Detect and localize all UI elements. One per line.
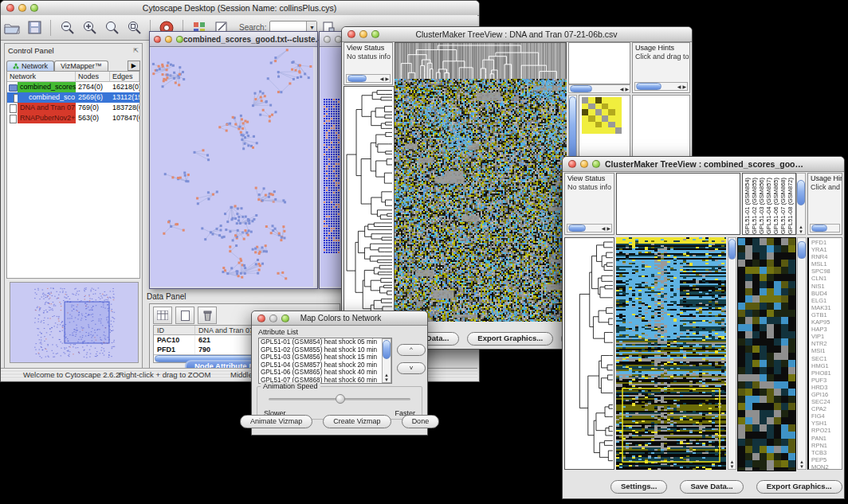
zoom-button[interactable]: [30, 4, 38, 12]
gene-label[interactable]: GTB1: [811, 311, 842, 318]
tv1-heatmap[interactable]: [395, 79, 567, 322]
zoom-selected-icon[interactable]: [124, 18, 143, 37]
delete-attribute-icon[interactable]: [198, 307, 217, 324]
close-button[interactable]: [6, 4, 14, 12]
dialog-button[interactable]: Animate Vizmap: [240, 415, 312, 428]
tv1-status-scrollbar[interactable]: ◀▶: [346, 74, 391, 83]
gene-label[interactable]: VIP1: [811, 333, 842, 340]
tv2-button[interactable]: Save Data...: [680, 480, 743, 494]
tv1-button[interactable]: Export Graphics...: [467, 332, 553, 346]
dialog-button[interactable]: Done: [402, 415, 440, 428]
column-label[interactable]: GPL51-03 (GSM856): [758, 178, 765, 234]
gene-label[interactable]: MON2: [811, 463, 842, 470]
move-down-button[interactable]: v: [397, 362, 426, 374]
tv2-collabel-scrollbar[interactable]: ▲▼: [796, 173, 806, 235]
minimize-button[interactable]: [18, 4, 26, 12]
gene-label[interactable]: RNR4: [811, 253, 842, 260]
tv2-row-dendrogram[interactable]: [564, 237, 614, 470]
gene-label[interactable]: MAK31: [811, 304, 842, 311]
network-canvas-2[interactable]: [320, 48, 343, 287]
tv1-zoom-matrix[interactable]: [582, 97, 622, 134]
gene-label[interactable]: SPC98: [811, 268, 842, 275]
gene-label[interactable]: PAN1: [811, 435, 842, 442]
gene-label[interactable]: KAP95: [811, 318, 842, 326]
slider-thumb[interactable]: [336, 394, 345, 404]
minimize-button[interactable]: [359, 30, 367, 38]
attribute-list-scrollbar[interactable]: ▲▼: [382, 338, 391, 383]
attribute-item[interactable]: GPL51-03 (GSM856) heat shock 15 min: [261, 354, 391, 361]
gene-label[interactable]: NTR2: [811, 340, 842, 347]
animation-speed-slider[interactable]: [269, 398, 410, 400]
gene-label[interactable]: GPI16: [811, 391, 842, 398]
close-button[interactable]: [257, 315, 265, 322]
attribute-item[interactable]: GPL51-04 (GSM857) heat shock 20 min: [261, 361, 391, 369]
gene-label[interactable]: RPN1: [811, 442, 842, 449]
close-button[interactable]: [154, 36, 161, 43]
zoom-button[interactable]: [371, 30, 379, 38]
gene-label[interactable]: HAP3: [811, 326, 842, 333]
gene-label[interactable]: HRD3: [811, 384, 842, 391]
minimize-button[interactable]: [580, 160, 588, 168]
column-label[interactable]: GPL51-04 (GSM857): [765, 178, 772, 234]
gene-label[interactable]: PEP5: [811, 456, 842, 463]
gene-label[interactable]: CLN1: [811, 275, 842, 282]
network-list-row[interactable]: DNA and Tran 07 769(0) 183728(0): [7, 103, 139, 113]
gene-label[interactable]: TCB3: [811, 449, 842, 456]
gene-label[interactable]: ELG1: [811, 297, 842, 304]
gene-label[interactable]: CPA2: [811, 405, 842, 412]
tv1-row-dendrogram[interactable]: [344, 86, 395, 323]
tv2-heatmap[interactable]: [616, 237, 726, 470]
zoom-out-icon[interactable]: [57, 18, 77, 37]
gene-label[interactable]: RPO21: [811, 427, 842, 434]
dialog-button[interactable]: Create Vizmap: [323, 415, 391, 428]
open-folder-icon[interactable]: [2, 18, 22, 37]
tv2-zoom-heatmap[interactable]: [737, 237, 796, 471]
tv2-column-dendrogram[interactable]: [616, 173, 740, 235]
gene-label[interactable]: YSH1: [811, 420, 842, 427]
zoom-in-icon[interactable]: [80, 18, 99, 37]
minimize-button[interactable]: [269, 315, 277, 322]
gene-label[interactable]: MSI1: [811, 347, 842, 354]
float-panel-icon[interactable]: ⇱: [133, 47, 139, 54]
gene-label[interactable]: HMG1: [811, 362, 842, 369]
move-up-button[interactable]: ^: [397, 344, 426, 356]
treeview2-title-bar[interactable]: ClusterMaker TreeView : combined_scores_…: [563, 157, 844, 172]
gene-label[interactable]: MSL1: [811, 260, 842, 268]
close-button[interactable]: [568, 160, 576, 168]
more-tabs-button[interactable]: ▶: [128, 61, 140, 71]
gene-label[interactable]: SEC1: [811, 355, 842, 362]
minimize-button[interactable]: [165, 36, 172, 43]
tv2-hints-scrollbar[interactable]: [810, 224, 840, 232]
tab-network[interactable]: Network: [6, 61, 54, 71]
zoom-button[interactable]: [176, 36, 183, 43]
network-list-row[interactable]: combined_scores 2764(0) 16218(0): [7, 82, 139, 92]
gene-label[interactable]: NIS1: [811, 283, 842, 290]
column-label[interactable]: GPL51-08 (GSM872): [787, 178, 794, 234]
new-attribute-icon[interactable]: [175, 307, 194, 324]
network-canvas[interactable]: [151, 48, 313, 287]
zoom-button[interactable]: [281, 315, 289, 322]
treeview1-title-bar[interactable]: ClusterMaker TreeView : DNA and Tran 07-…: [342, 27, 692, 42]
column-label[interactable]: GPL51-07 (GSM868): [779, 178, 787, 234]
gene-label[interactable]: PHO81: [811, 369, 842, 377]
tv1-column-dendrogram[interactable]: [395, 42, 567, 80]
gene-label[interactable]: BUD4: [811, 290, 842, 297]
attribute-item[interactable]: GPL51-06 (GSM865) heat shock 40 min: [261, 369, 391, 377]
gene-label[interactable]: YRA1: [811, 246, 842, 253]
gene-label[interactable]: SEC24: [811, 398, 842, 405]
attribute-item[interactable]: GPL51-01 (GSM854) heat shock 05 min: [261, 338, 391, 346]
network-overview-thumbnail[interactable]: [10, 282, 139, 363]
column-label[interactable]: GPL51-01 (GSM854): [744, 178, 751, 234]
tab-vizmapper[interactable]: VizMapper™: [54, 61, 108, 71]
tv2-v-scrollbar[interactable]: ▲▼: [728, 237, 736, 470]
close-button[interactable]: [347, 30, 355, 38]
attribute-table-icon[interactable]: [153, 307, 172, 324]
network-list-row[interactable]: combined_sco 2569(6) 13112(15): [7, 92, 139, 103]
zoom-fit-icon[interactable]: [102, 18, 121, 37]
attribute-item[interactable]: GPL51-02 (GSM855) heat shock 10 min: [261, 346, 391, 354]
network-view-title-bar[interactable]: combined_scores_good.txt--cluste...: [150, 32, 317, 47]
tv2-button[interactable]: Settings...: [610, 480, 667, 494]
column-label[interactable]: GPL51-06 (GSM865): [772, 178, 779, 234]
gene-label[interactable]: FIG4: [811, 412, 842, 420]
main-title-bar[interactable]: Cytoscape Desktop (Session Name: collins…: [1, 1, 479, 16]
